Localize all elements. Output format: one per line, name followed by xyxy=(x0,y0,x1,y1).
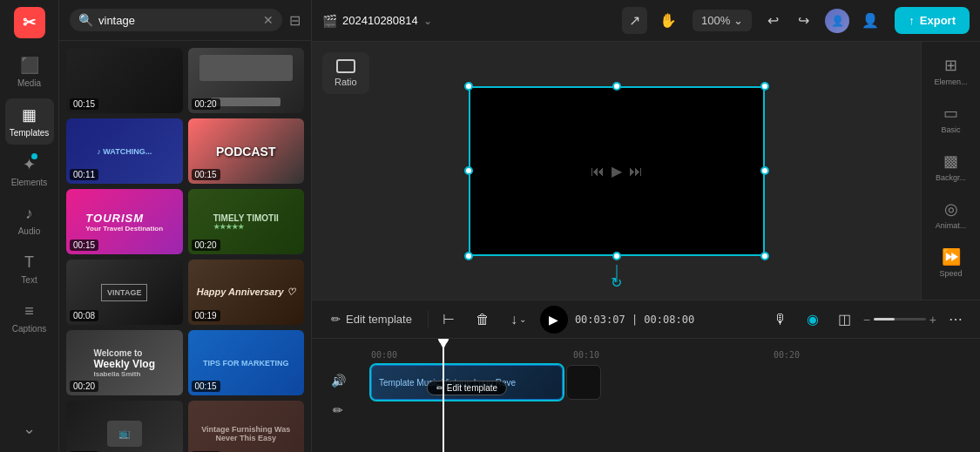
sidebar-item-elements[interactable]: ✦ Elements xyxy=(5,148,54,194)
sidebar: ✂ ⬛ Media ▦ Templates ✦ Elements ♪ Audio… xyxy=(0,0,59,452)
sidebar-item-text[interactable]: T Text xyxy=(5,246,54,292)
background-panel-icon: ▩ xyxy=(943,152,958,171)
delete-icon: 🗑 xyxy=(476,312,490,327)
ruler-mark-1: 00:10 xyxy=(573,350,599,360)
user-group: 👤 👤 xyxy=(825,7,886,34)
template-card[interactable]: ♪ WATCHING... 00:11 xyxy=(66,118,183,184)
play-button[interactable]: ▶ xyxy=(540,306,568,334)
select-tool-button[interactable]: ↗ xyxy=(622,7,647,34)
search-input[interactable] xyxy=(98,14,258,27)
main-editor: 🎬 202410280814 ⌄ ↗ ✋ 100% ⌄ ↩ ↪ xyxy=(312,0,980,452)
resize-handle-tr[interactable] xyxy=(760,82,769,91)
playback-bar: ✏ Edit template ⊢ 🗑 ↓ ⌄ ▶ 00:03:07 | 00:… xyxy=(312,300,980,339)
split-button[interactable]: ⊢ xyxy=(436,307,462,331)
edit-template-button[interactable]: ✏ Edit template xyxy=(322,307,421,331)
ai-clip-button[interactable]: ◉ xyxy=(800,307,826,331)
animate-panel-icon: ◎ xyxy=(944,199,958,219)
zoom-out-icon[interactable]: − xyxy=(863,313,870,327)
template-card[interactable]: VINTAGE 00:08 xyxy=(66,260,183,325)
resize-handle-bl[interactable] xyxy=(464,252,473,260)
resize-handle-br[interactable] xyxy=(760,252,769,260)
zoom-in-icon[interactable]: + xyxy=(929,313,936,327)
speed-panel-icon: ⏩ xyxy=(942,247,961,266)
time-display: 00:03:07 | 00:08:00 xyxy=(575,314,694,326)
redo-button[interactable]: ↪ xyxy=(791,7,816,34)
mic-button[interactable]: 🎙 xyxy=(767,308,794,331)
templates-panel: 🔍 ✕ ⊟ 00:15 00:20 ♪ WATCHING... 00: xyxy=(59,0,312,452)
split2-button[interactable]: ◫ xyxy=(831,307,858,331)
undo-icon: ↩ xyxy=(767,12,779,29)
split2-icon: ◫ xyxy=(838,311,851,327)
canvas-container: ⏮ ▶ ⏭ ↻ xyxy=(469,86,765,256)
delete-button[interactable]: 🗑 xyxy=(469,308,497,331)
edit-clip-button[interactable]: ✏ Edit template xyxy=(427,381,507,395)
resize-handle-tl[interactable] xyxy=(464,82,473,91)
search-wrapper[interactable]: 🔍 ✕ xyxy=(70,9,282,31)
current-time: 00:03:07 xyxy=(575,314,625,326)
bottom-panel: ✏ Edit template ⊢ 🗑 ↓ ⌄ ▶ 00:03:07 | 00:… xyxy=(312,300,980,452)
dark-clip[interactable] xyxy=(566,365,601,400)
volume-button[interactable]: 🔊 xyxy=(324,370,353,391)
more-options-button[interactable]: ⋯ xyxy=(942,307,970,331)
tool-group: ↗ ✋ xyxy=(622,7,684,34)
video-canvas[interactable]: ⏮ ▶ ⏭ xyxy=(469,86,765,256)
add-user-icon: 👤 xyxy=(862,12,879,29)
app-logo[interactable]: ✂ xyxy=(14,7,45,38)
basic-panel-icon: ▭ xyxy=(943,104,958,123)
resize-handle-lm[interactable] xyxy=(464,166,473,175)
zoom-slider[interactable]: − + xyxy=(863,313,936,327)
template-card[interactable]: PODCAST 00:15 xyxy=(188,118,305,184)
cursor-icon: ↗ xyxy=(629,12,640,29)
template-card[interactable]: Vintage Furnishing Was Never This Easy 0… xyxy=(188,401,305,452)
panel-item-speed[interactable]: ⏩ Speed xyxy=(925,240,977,285)
template-card[interactable]: TOURISM Your Travel Destination 00:15 xyxy=(66,189,183,254)
template-card[interactable]: TIPS FOR MARKETING 00:15 xyxy=(188,330,305,395)
sidebar-item-captions[interactable]: ≡ Captions xyxy=(5,295,54,341)
more-icon: ⋯ xyxy=(949,311,963,327)
user-avatar[interactable]: 👤 xyxy=(825,9,849,33)
volume-icon: 🔊 xyxy=(331,374,346,388)
ratio-button[interactable]: Ratio xyxy=(322,52,369,94)
audio-icon: ♪ xyxy=(25,205,33,223)
panel-item-background[interactable]: ▩ Backgr... xyxy=(925,145,977,189)
panel-item-basic[interactable]: ▭ Basic xyxy=(925,97,977,141)
timeline-area: 🔊 ✏ 00:00 00:10 00:20 xyxy=(312,339,980,452)
elements-panel-icon: ⊞ xyxy=(944,56,957,75)
template-card[interactable]: 📺 00:19 xyxy=(66,401,183,452)
resize-handle-tm[interactable] xyxy=(612,82,621,91)
template-clip[interactable]: Template Music Vintage Logo Reve ✏ Edit … xyxy=(371,365,563,400)
timeline-edit-button[interactable]: ✏ xyxy=(326,400,350,421)
template-card[interactable]: Welcome to Weekly Vlog Isabella Smith 00… xyxy=(66,330,183,395)
rotation-button[interactable]: ↻ xyxy=(611,274,622,291)
template-card[interactable]: 00:15 xyxy=(66,48,183,113)
resize-handle-bm[interactable] xyxy=(612,252,621,260)
sidebar-item-media[interactable]: ⬛ Media xyxy=(5,49,54,95)
search-bar: 🔍 ✕ ⊟ xyxy=(59,0,311,41)
filter-button[interactable]: ⊟ xyxy=(289,12,301,29)
total-time: 00:08:00 xyxy=(644,314,694,326)
panel-item-elements[interactable]: ⊞ Elemen... xyxy=(925,49,977,93)
sidebar-item-templates[interactable]: ▦ Templates xyxy=(5,98,54,145)
add-user-button[interactable]: 👤 xyxy=(855,7,886,34)
elements-icon: ✦ xyxy=(23,155,36,174)
template-card[interactable]: TIMELY TIMOTII ★★★★★ 00:20 xyxy=(188,189,305,254)
playback-right: 🎙 ◉ ◫ − + ⋯ xyxy=(767,307,970,331)
zoom-button[interactable]: 100% ⌄ xyxy=(693,10,752,31)
sidebar-item-audio[interactable]: ♪ Audio xyxy=(5,198,54,243)
template-card[interactable]: 00:20 xyxy=(188,48,305,113)
clear-search-button[interactable]: ✕ xyxy=(263,13,274,27)
project-name[interactable]: 🎬 202410280814 ⌄ xyxy=(322,14,432,28)
resize-handle-rm[interactable] xyxy=(760,166,769,175)
sidebar-more-button[interactable]: ⌄ xyxy=(5,412,54,445)
template-card[interactable]: Happy Anniversary ♡ 00:19 xyxy=(188,260,305,325)
sidebar-item-label: Elements xyxy=(11,178,48,187)
project-chevron-icon: ⌄ xyxy=(423,15,432,27)
download-icon: ↓ ⌄ xyxy=(510,312,526,327)
undo-button[interactable]: ↩ xyxy=(760,7,786,34)
export-button[interactable]: ↑ Export xyxy=(895,7,970,34)
panel-item-animate[interactable]: ◎ Animat... xyxy=(925,192,977,237)
timeline-playhead[interactable] xyxy=(443,339,444,452)
hand-tool-button[interactable]: ✋ xyxy=(652,7,684,34)
slider-track[interactable] xyxy=(874,318,926,320)
download-button[interactable]: ↓ ⌄ xyxy=(504,308,533,331)
